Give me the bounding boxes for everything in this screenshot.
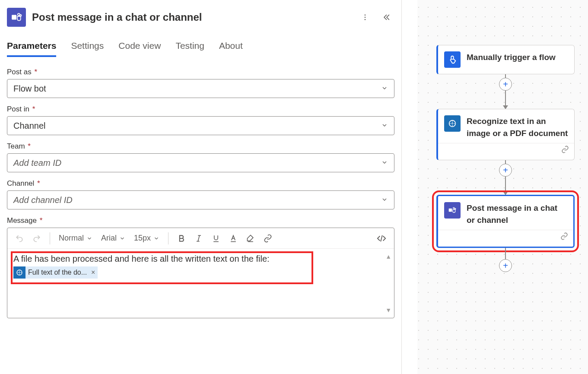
flow-card-recognize-text[interactable]: Recognize text in an image or a PDF docu… xyxy=(436,109,575,160)
code-view-toggle[interactable] xyxy=(373,232,390,245)
parameters-form: Post as * Flow bot Post in * Channel Tea… xyxy=(5,57,396,325)
svg-point-4 xyxy=(365,14,366,16)
connector-tail xyxy=(505,248,506,259)
italic-button[interactable] xyxy=(191,232,207,244)
post-in-value: Channel xyxy=(13,121,46,131)
post-as-select[interactable]: Flow bot xyxy=(7,79,394,98)
message-body[interactable]: A file has been processed and here is al… xyxy=(7,249,394,318)
add-step-button[interactable]: + xyxy=(499,259,512,272)
channel-placeholder: Add channel ID xyxy=(13,195,73,205)
chevron-down-icon xyxy=(381,84,388,94)
chevron-down-icon xyxy=(381,195,388,205)
card-title: Post message in a chat or channel xyxy=(467,202,567,226)
panel-title: Post message in a chat or channel xyxy=(32,11,351,23)
add-step-button[interactable]: + xyxy=(499,164,512,177)
bold-button[interactable] xyxy=(174,232,189,244)
font-select[interactable]: Arial xyxy=(98,232,129,244)
remove-token-button[interactable]: × xyxy=(91,269,95,276)
flow-canvas[interactable]: Manually trigger a flow + Recognize text… xyxy=(402,0,588,374)
editor-toolbar: Normal Arial 15px xyxy=(7,228,394,249)
flow-card-trigger[interactable]: Manually trigger a flow xyxy=(436,45,575,74)
card-title: Recognize text in an image or a PDF docu… xyxy=(467,115,568,139)
redo-button[interactable] xyxy=(29,232,44,244)
message-label: Message * xyxy=(7,216,394,225)
scroll-down-icon[interactable]: ▼ xyxy=(385,307,391,314)
chevron-down-icon xyxy=(381,121,388,131)
ai-builder-icon xyxy=(444,115,461,132)
connection-icon xyxy=(560,232,568,242)
team-label: Team * xyxy=(7,142,394,151)
dynamic-content-token[interactable]: Full text of the do... × xyxy=(13,266,98,279)
tab-testing[interactable]: Testing xyxy=(175,41,204,57)
tab-parameters[interactable]: Parameters xyxy=(7,41,56,57)
connector-arrow xyxy=(505,180,506,195)
tab-bar: Parameters Settings Code view Testing Ab… xyxy=(5,31,396,57)
svg-point-5 xyxy=(365,17,366,18)
card-title: Manually trigger a flow xyxy=(467,51,556,63)
team-select[interactable]: Add team ID xyxy=(7,153,394,172)
svg-point-19 xyxy=(453,207,455,209)
connector: + xyxy=(505,160,506,180)
scroll-up-icon[interactable]: ▲ xyxy=(385,253,391,260)
post-in-label: Post in * xyxy=(7,105,394,114)
tab-code-view[interactable]: Code view xyxy=(118,41,161,57)
ai-builder-icon xyxy=(13,266,25,279)
svg-point-6 xyxy=(365,19,366,20)
connection-icon xyxy=(561,146,569,155)
more-options-button[interactable] xyxy=(357,10,373,25)
touch-icon xyxy=(444,51,461,68)
collapse-panel-button[interactable] xyxy=(379,10,394,25)
action-config-panel: T Post message in a chat or channel Para… xyxy=(0,0,402,374)
font-size-select[interactable]: 15px xyxy=(130,232,163,244)
panel-header: T Post message in a chat or channel xyxy=(5,4,396,31)
post-as-label: Post as * xyxy=(7,68,394,76)
channel-select[interactable]: Add channel ID xyxy=(7,190,394,209)
connector: + xyxy=(505,74,506,94)
tab-settings[interactable]: Settings xyxy=(71,41,104,57)
highlight-button[interactable] xyxy=(243,232,258,244)
teams-icon: T xyxy=(7,8,26,27)
style-select[interactable]: Normal xyxy=(55,232,96,244)
connector-arrow xyxy=(505,94,506,109)
token-label: Full text of the do... xyxy=(28,269,87,276)
channel-label: Channel * xyxy=(7,179,394,188)
tab-about[interactable]: About xyxy=(219,41,243,57)
link-button[interactable] xyxy=(260,232,276,244)
svg-point-3 xyxy=(20,15,21,16)
svg-text:T: T xyxy=(449,209,451,212)
post-as-value: Flow bot xyxy=(13,84,46,94)
underline-button[interactable] xyxy=(208,232,224,244)
svg-point-2 xyxy=(18,13,20,16)
add-step-button[interactable]: + xyxy=(499,78,512,91)
svg-text:T: T xyxy=(13,15,16,19)
svg-line-14 xyxy=(381,235,382,241)
font-color-button[interactable] xyxy=(226,232,241,244)
svg-point-20 xyxy=(455,209,456,209)
team-placeholder: Add team ID xyxy=(13,158,61,168)
flow-column: Manually trigger a flow + Recognize text… xyxy=(436,45,575,272)
message-editor: Normal Arial 15px A file has been proces… xyxy=(7,228,394,318)
undo-button[interactable] xyxy=(12,232,27,244)
flow-card-post-message[interactable]: T Post message in a chat or channel xyxy=(436,195,575,248)
svg-line-9 xyxy=(198,235,199,241)
teams-icon: T xyxy=(444,202,461,219)
message-text: A file has been processed and here is al… xyxy=(13,254,270,263)
chevron-down-icon xyxy=(381,158,388,168)
post-in-select[interactable]: Channel xyxy=(7,116,394,135)
